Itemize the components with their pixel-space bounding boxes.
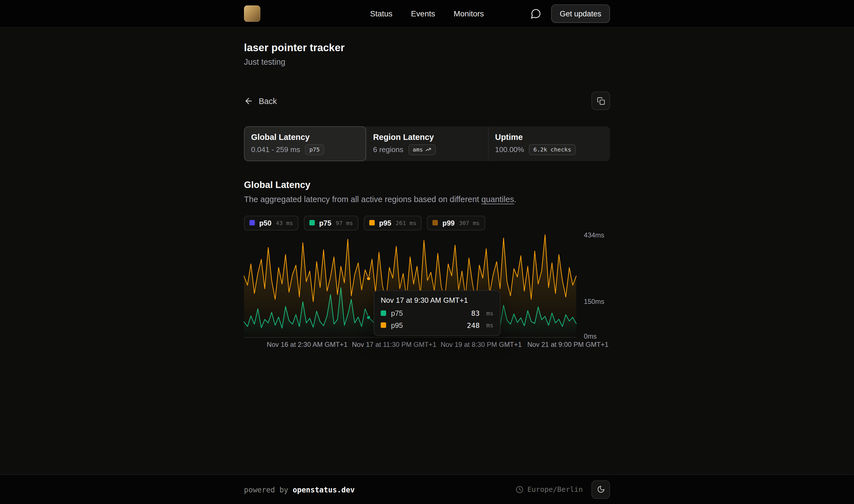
region-badge: ams bbox=[408, 144, 435, 155]
feedback-button[interactable] bbox=[530, 8, 541, 19]
workspace-avatar[interactable] bbox=[244, 5, 260, 22]
tab-title: Global Latency bbox=[251, 132, 359, 142]
p75-badge: p75 bbox=[305, 144, 324, 155]
global-latency-section: Global Latency The aggregated latency fr… bbox=[244, 180, 610, 350]
moon-icon bbox=[597, 485, 605, 493]
x-tick: Nov 17 at 11:30 PM GMT+1 bbox=[352, 341, 436, 348]
p75-swatch bbox=[381, 310, 386, 316]
tooltip-row-p75: p75 83ms bbox=[381, 309, 494, 318]
chart-legend: p50 43 ms p75 97 ms p95 261 ms bbox=[244, 215, 610, 230]
p95-swatch bbox=[369, 220, 375, 226]
checks-badge: 6.2k checks bbox=[529, 144, 576, 155]
get-updates-button[interactable]: Get updates bbox=[551, 4, 610, 23]
section-title: Global Latency bbox=[244, 180, 610, 191]
legend-chip-p95[interactable]: p95 261 ms bbox=[364, 215, 422, 230]
x-axis: Nov 16 at 2:30 AM GMT+1Nov 17 at 11:30 P… bbox=[244, 341, 576, 350]
page: Status Events Monitors Get updates laser… bbox=[0, 0, 854, 504]
legend-chip-p99[interactable]: p99 307 ms bbox=[427, 215, 485, 230]
y-tick: 0ms bbox=[584, 332, 597, 340]
tooltip-row-p95: p95 248ms bbox=[381, 321, 494, 329]
metric-tabs: Global Latency 0.041 - 259 ms p75 Region… bbox=[244, 126, 610, 161]
x-tick: Nov 21 at 9:00 PM GMT+1 bbox=[527, 341, 608, 348]
p50-swatch bbox=[249, 220, 255, 226]
theme-toggle-button[interactable] bbox=[592, 480, 610, 499]
nav-links: Status Events Monitors bbox=[370, 9, 484, 18]
powered-by: powered by openstatus.dev bbox=[244, 485, 355, 494]
legend-chip-p75[interactable]: p75 97 ms bbox=[304, 215, 359, 230]
back-label: Back bbox=[259, 96, 277, 105]
y-axis: 434ms 150ms 0ms bbox=[584, 235, 617, 337]
y-tick: 434ms bbox=[584, 231, 604, 239]
tab-region-latency[interactable]: Region Latency 6 regions ams bbox=[366, 126, 488, 161]
nav-link-events[interactable]: Events bbox=[411, 9, 435, 18]
page-title: laser pointer tracker bbox=[244, 42, 610, 54]
page-subtitle: Just testing bbox=[244, 57, 610, 67]
back-link[interactable]: Back bbox=[244, 96, 277, 105]
clock-icon bbox=[516, 486, 524, 493]
tab-subtitle: 6 regions bbox=[373, 146, 403, 154]
x-tick: Nov 16 at 2:30 AM GMT+1 bbox=[267, 341, 347, 348]
arrow-left-icon bbox=[244, 96, 253, 105]
tooltip-title: Nov 17 at 9:30 AM GMT+1 bbox=[381, 296, 494, 304]
copy-button[interactable] bbox=[592, 92, 610, 110]
x-tick: Nov 19 at 8:30 PM GMT+1 bbox=[441, 341, 522, 348]
p95-swatch bbox=[381, 323, 386, 328]
y-tick: 150ms bbox=[584, 298, 604, 305]
tab-title: Region Latency bbox=[373, 132, 481, 142]
tab-uptime[interactable]: Uptime 100.00% 6.2k checks bbox=[488, 126, 610, 161]
chart-tooltip: Nov 17 at 9:30 AM GMT+1 p75 83ms p95 248… bbox=[374, 290, 501, 336]
quantiles-link[interactable]: quantiles bbox=[481, 194, 514, 203]
p75-swatch bbox=[309, 220, 315, 226]
footer: powered by openstatus.dev Europe/Berlin bbox=[0, 474, 854, 504]
tab-global-latency[interactable]: Global Latency 0.041 - 259 ms p75 bbox=[244, 126, 366, 161]
copy-icon bbox=[597, 97, 605, 105]
nav-link-monitors[interactable]: Monitors bbox=[454, 9, 484, 18]
trend-up-icon bbox=[425, 147, 431, 152]
tab-subtitle: 100.00% bbox=[495, 146, 524, 154]
section-description: The aggregated latency from all active r… bbox=[244, 194, 610, 203]
nav-link-status[interactable]: Status bbox=[370, 9, 393, 18]
latency-chart[interactable]: Nov 17 at 9:30 AM GMT+1 p75 83ms p95 248… bbox=[244, 235, 610, 350]
main: laser pointer tracker Just testing Back bbox=[0, 28, 854, 474]
top-nav: Status Events Monitors Get updates bbox=[0, 0, 854, 28]
openstatus-link[interactable]: openstatus.dev bbox=[293, 485, 355, 494]
legend-chip-p50[interactable]: p50 43 ms bbox=[244, 215, 298, 230]
tab-title: Uptime bbox=[495, 132, 603, 142]
p99-swatch bbox=[433, 220, 438, 226]
chat-bubble-icon bbox=[530, 8, 541, 19]
tab-subtitle: 0.041 - 259 ms bbox=[251, 146, 300, 154]
timezone: Europe/Berlin bbox=[516, 485, 583, 493]
